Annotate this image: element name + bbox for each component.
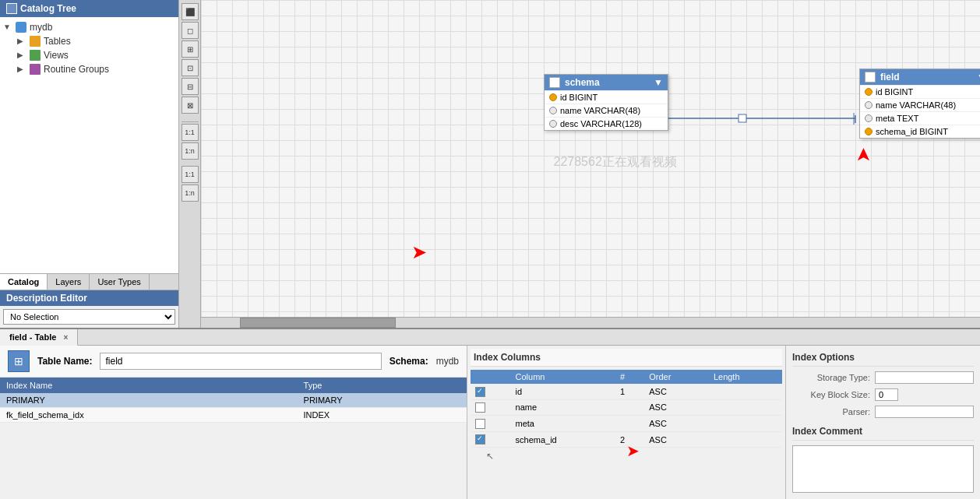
bottom-tab-label: field - Table	[9, 332, 56, 342]
checkbox-schema-id[interactable]	[475, 434, 485, 445]
index-row-primary[interactable]: PRIMARY PRIMARY	[0, 393, 467, 408]
toolbar-btn-5[interactable]: ⊟	[182, 78, 199, 95]
index-comment-area[interactable]	[792, 445, 974, 493]
bottom-tab-field[interactable]: field - Table ×	[0, 329, 78, 346]
catalog-tree-header: Catalog Tree	[0, 0, 178, 17]
col-check-schema-id[interactable]	[471, 431, 511, 448]
table-toolbar-icon[interactable]: ⊞	[8, 350, 30, 372]
canvas-scroll: 2278562正在观看视频 schema ▼	[201, 0, 980, 317]
idx-type-1: INDEX	[298, 408, 467, 423]
col-th-column: Column	[511, 370, 615, 384]
schema-row-2: desc VARCHAR(128)	[545, 117, 668, 130]
db-label: mydb	[30, 22, 52, 33]
field-col-1: name VARCHAR(48)	[876, 100, 956, 110]
bottom-right-panel: Index Options Storage Type: Key Block Si…	[785, 346, 980, 499]
field-pk-icon-0	[865, 88, 872, 96]
idx-col-name: Index Name	[0, 378, 298, 393]
tab-catalog[interactable]: Catalog	[0, 274, 48, 290]
col-name-schema-id: schema_id	[511, 431, 615, 448]
schema-table-header[interactable]: schema ▼	[545, 75, 668, 90]
canvas-scrollbar-h[interactable]	[201, 317, 980, 328]
key-block-input[interactable]	[875, 388, 898, 401]
nullable-icon-2	[549, 120, 557, 128]
col-row-schema-id[interactable]: schema_id 2 ASC	[471, 431, 782, 448]
storage-type-label: Storage Type:	[792, 373, 870, 382]
checkbox-id[interactable]	[475, 387, 485, 397]
schema-expand-btn[interactable]: ▼	[654, 77, 663, 88]
index-row-fk[interactable]: fk_field_schema_idx INDEX	[0, 408, 467, 423]
col-check-meta[interactable]	[471, 416, 511, 432]
desc-editor-content: No Selection	[0, 306, 178, 328]
toolbar-btn-1[interactable]: ⬛	[182, 3, 199, 20]
col-order-schema-id: ASC	[644, 431, 709, 448]
schema-col-2: desc VARCHAR(128)	[560, 119, 642, 128]
tab-user-types[interactable]: User Types	[90, 274, 149, 290]
col-num-name	[615, 399, 644, 416]
storage-type-row: Storage Type:	[792, 371, 974, 384]
tab-close-btn[interactable]: ×	[63, 333, 68, 342]
parser-input[interactable]	[875, 406, 974, 418]
tree-item-routines[interactable]: ▶ Routine Groups	[17, 62, 175, 76]
rel-label-3: 1:1	[185, 170, 195, 178]
index-columns-header: Index Columns	[471, 349, 782, 367]
tree-arrow-routines: ▶	[17, 65, 26, 74]
col-row-meta[interactable]: meta ASC	[471, 416, 782, 432]
schema-row-0: id BIGINT	[545, 90, 668, 104]
col-check-id[interactable]	[471, 384, 511, 399]
rel-label-2: 1:n	[185, 147, 195, 155]
col-name-name: name	[511, 399, 615, 416]
schema-table-box: schema ▼ id BIGINT name VARCHAR(48) desc…	[544, 74, 668, 131]
index-comment-header: Index Comment	[792, 426, 974, 441]
col-order-id: ASC	[644, 384, 709, 399]
description-editor: Description Editor No Selection	[0, 290, 178, 328]
checkbox-name[interactable]	[475, 402, 485, 413]
tab-layers[interactable]: Layers	[48, 274, 90, 290]
views-label: Views	[44, 50, 69, 61]
rel-btn-11-top[interactable]: 1:1	[182, 124, 199, 141]
field-table-header[interactable]: field ▼	[860, 69, 980, 85]
col-num-id: 1	[615, 384, 644, 399]
tree-item-mydb[interactable]: ▼ mydb	[3, 20, 175, 34]
col-name-meta: meta	[511, 416, 615, 432]
bottom-left-panel: ⊞ Table Name: Schema: mydb Index Name Ty…	[0, 346, 467, 499]
tree-arrow-views: ▶	[17, 51, 26, 60]
tree-item-tables[interactable]: ▶ Tables	[17, 34, 175, 48]
col-row-id[interactable]: id 1 ASC	[471, 384, 782, 399]
storage-type-input[interactable]	[875, 371, 974, 384]
col-length-schema-id	[709, 431, 782, 448]
toolbar-btn-4[interactable]: ⊡	[182, 59, 199, 76]
checkbox-meta[interactable]	[475, 419, 485, 429]
canvas-area[interactable]: 2278562正在观看视频 schema ▼	[201, 0, 980, 328]
col-row-name[interactable]: name ASC	[471, 399, 782, 416]
tree-item-views[interactable]: ▶ Views	[17, 48, 175, 62]
toolbar-btn-6[interactable]: ⊠	[182, 97, 199, 114]
toolbar-btn-2[interactable]: ◻	[182, 22, 199, 39]
field-row-0: id BIGINT	[860, 85, 980, 98]
rel-btn-1n-top[interactable]: 1:n	[182, 142, 199, 160]
schema-col-1: name VARCHAR(48)	[560, 106, 640, 115]
views-icon	[30, 50, 41, 61]
idx-col-type: Type	[298, 378, 467, 393]
tree-arrow-mydb: ▼	[3, 23, 12, 32]
bottom-panel: field - Table × ⊞ Table Name: Schema: my…	[0, 328, 980, 499]
parser-row: Parser:	[792, 406, 974, 418]
catalog-tree-label: Catalog Tree	[20, 3, 76, 14]
field-pk-icon-3	[865, 128, 872, 135]
rel-btn-11-bottom[interactable]: 1:1	[182, 166, 199, 183]
col-th-length: Length	[709, 370, 782, 384]
rel-btn-1n-bottom[interactable]: 1:n	[182, 184, 199, 202]
table-name-input[interactable]	[100, 353, 381, 370]
scrollbar-thumb-h[interactable]	[240, 318, 396, 328]
col-check-name[interactable]	[471, 399, 511, 416]
schema-col-0: id BIGINT	[560, 93, 598, 102]
routines-label: Routine Groups	[44, 64, 109, 75]
field-expand-btn[interactable]: ▼	[977, 72, 980, 83]
col-order-meta: ASC	[644, 416, 709, 432]
idx-type-0: PRIMARY	[298, 393, 467, 408]
toolbar-btn-3[interactable]: ⊞	[182, 40, 199, 58]
catalog-tree: ▼ mydb ▶ Tables ▶ Views	[0, 17, 178, 273]
desc-select[interactable]: No Selection	[3, 309, 175, 325]
field-col-0: id BIGINT	[876, 87, 913, 97]
bottom-tabs: field - Table ×	[0, 329, 980, 346]
table-name-label: Table Name:	[37, 356, 92, 367]
